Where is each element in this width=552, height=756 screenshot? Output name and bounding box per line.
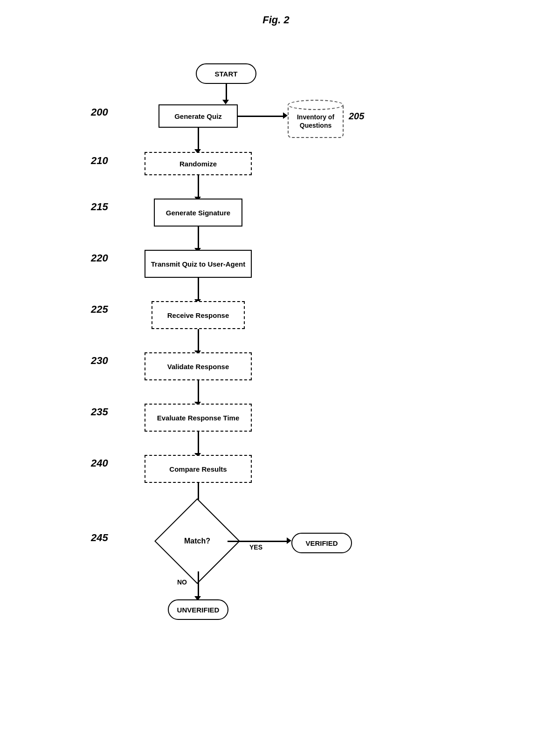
randomize-node: Randomize bbox=[145, 152, 252, 175]
arrow-225-230 bbox=[198, 329, 199, 351]
cylinder-top bbox=[288, 100, 344, 110]
start-node: START bbox=[196, 63, 256, 84]
arrowhead-200-205 bbox=[283, 112, 288, 119]
step-245-label: 245 bbox=[91, 532, 108, 544]
receive-response-node: Receive Response bbox=[152, 301, 245, 329]
cylinder-body: Inventory of Questions bbox=[288, 105, 344, 138]
step-230-label: 230 bbox=[91, 355, 108, 367]
validate-response-node: Validate Response bbox=[145, 352, 252, 380]
transmit-quiz-node: Transmit Quiz to User-Agent bbox=[145, 250, 252, 278]
step-225-label: 225 bbox=[91, 303, 108, 316]
arrow-200-210 bbox=[198, 128, 199, 150]
step-235-label: 235 bbox=[91, 406, 108, 418]
step-205-label: Inventory of Questions 205 bbox=[349, 111, 364, 122]
generate-quiz-node: Generate Quiz bbox=[159, 104, 238, 128]
diagram: START 200 Generate Quiz Inventory of Que… bbox=[0, 35, 552, 756]
yes-label: YES bbox=[249, 543, 262, 551]
step-200-label: 200 bbox=[91, 106, 108, 118]
arrow-215-220 bbox=[198, 227, 199, 249]
evaluate-node: Evaluate Response Time bbox=[145, 404, 252, 432]
match-label: Match? bbox=[184, 537, 210, 545]
generate-signature-node: Generate Signature bbox=[154, 199, 242, 227]
page-title: Fig. 2 bbox=[0, 0, 552, 35]
arrow-200-205 bbox=[238, 116, 284, 117]
arrow-235-240 bbox=[198, 432, 199, 454]
match-diamond-wrapper: Match? bbox=[167, 511, 228, 571]
arrowhead-yes-verified bbox=[287, 537, 291, 544]
inventory-node: Inventory of Questions bbox=[288, 100, 344, 143]
no-label: NO bbox=[177, 578, 187, 586]
step-240-label: 240 bbox=[91, 457, 108, 469]
compare-results-node: Compare Results bbox=[145, 455, 252, 483]
arrow-220-225 bbox=[198, 278, 199, 300]
arrow-yes-verified bbox=[228, 541, 288, 542]
arrow-start-200 bbox=[226, 84, 227, 101]
step-210-label: 210 bbox=[91, 155, 108, 167]
arrow-210-215 bbox=[198, 175, 199, 198]
step-220-label: 220 bbox=[91, 252, 108, 264]
arrow-no-down bbox=[198, 571, 199, 597]
step-215-label: 215 bbox=[91, 201, 108, 213]
arrowhead-start-200 bbox=[222, 100, 229, 104]
arrow-230-235 bbox=[198, 380, 199, 403]
verified-node: VERIFIED bbox=[291, 533, 352, 553]
unverified-node: UNVERIFIED bbox=[168, 599, 228, 620]
